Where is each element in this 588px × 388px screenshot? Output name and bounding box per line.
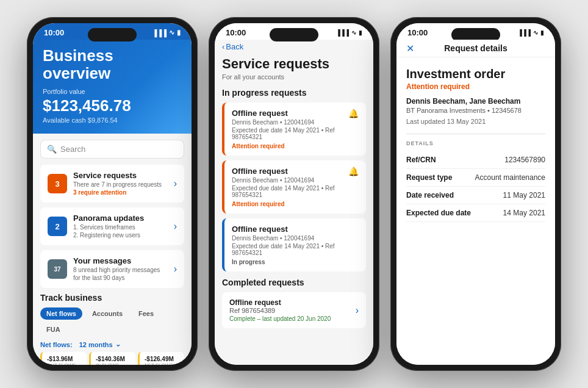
request-2-status: Attention required (232, 201, 348, 207)
messages-item[interactable]: 37 Your messages 8 unread high priority … (40, 250, 184, 288)
dynamic-island-2 (270, 28, 318, 41)
time-3: 10:00 (407, 28, 428, 37)
panorama-title: Panorama updates (73, 214, 168, 223)
request-1-detail: Dennis Beecham • 120041694 (232, 119, 348, 126)
inflows-value: -$140.36M (96, 356, 131, 362)
request-1-title: Offline request (232, 109, 348, 118)
in-progress-title: In progress requests (222, 88, 366, 98)
phone1-body: 🔍 Search 3 Service requests There are 7 … (33, 134, 192, 365)
ref-value: 1234567890 (504, 156, 545, 164)
search-bar[interactable]: 🔍 Search (40, 140, 184, 159)
detail-row-ref: Ref/CRN 1234567890 (406, 151, 545, 169)
service-requests-subtitle: For all your accounts (222, 73, 366, 81)
phone-3: 10:00 ▐▐▐ ∿ ▮ ✕ Request details Investme… (390, 17, 561, 371)
battery-icon: ▮ (177, 29, 181, 37)
netflows-item: -$126.49M NET FLOWS (138, 352, 184, 365)
due-date-value: 14 May 2021 (503, 209, 545, 217)
last-updated: Last updated 13 May 2021 (406, 118, 545, 125)
netflows-label: NET FLOWS (145, 362, 179, 365)
service-sub: There are 7 in progress requests 3 requi… (73, 181, 168, 196)
phone-2: 10:00 ▐▐▐ ∿ ▮ ‹ Back Service requests Fo… (209, 17, 379, 371)
request-details-title: Request details (444, 43, 507, 53)
detail-row-request-type: Request type Account maintenance (406, 169, 545, 187)
account-info: BT Panorama Investments • 12345678 (406, 107, 545, 114)
tab-fees[interactable]: Fees (132, 307, 160, 320)
tab-fua[interactable]: FUA (40, 323, 66, 336)
status-icons-3: ▐▐▐ ∿ ▮ (518, 29, 544, 36)
available-cash: Available cash $9,876.54 (43, 117, 182, 124)
bell-icon-1: 🔔 (348, 109, 359, 118)
request-3-status: In progress (232, 259, 359, 265)
flows-row: -$13.96M OUT FLOWS -$140.36M IN FLOWS -$… (40, 352, 184, 365)
back-nav[interactable]: ‹ Back (222, 40, 366, 56)
completed-card[interactable]: Offline request Ref 987654389 Complete –… (222, 292, 366, 328)
messages-sub: 8 unread high priority messages for the … (73, 266, 168, 282)
panorama-badge: 2 (48, 217, 67, 236)
service-title: Service requests (73, 171, 168, 180)
investment-order-title: Investment order (406, 67, 545, 81)
portfolio-label: Portfolio value (43, 88, 182, 95)
status-icons-2: ▐▐▐ ∿ ▮ (336, 29, 362, 36)
business-overview-title: Business overview (43, 47, 182, 82)
details-section-label: DETAILS (406, 134, 545, 146)
request-card-3[interactable]: Offline request Dennis Beecham • 1200416… (222, 218, 366, 271)
battery-icon-3: ▮ (540, 29, 544, 36)
due-date-key: Expected due date (406, 209, 471, 217)
panorama-arrow: › (174, 221, 177, 232)
signal-icon-2: ▐▐▐ (336, 29, 349, 36)
messages-badge: 37 (48, 259, 67, 279)
inflows-item: -$140.36M IN FLOWS (89, 352, 135, 365)
request-1-date: Expected due date 14 May 2021 • Ref 9876… (232, 127, 348, 140)
track-section: Track business Net flows Accounts Fees F… (40, 293, 184, 365)
date-received-value: 11 May 2021 (503, 191, 545, 199)
netflows-value: -$126.49M (145, 356, 179, 362)
completed-request-title: Offline request (229, 298, 331, 307)
request-card-2[interactable]: Offline request Dennis Beecham • 1200416… (222, 160, 366, 214)
tab-net-flows[interactable]: Net flows (40, 307, 82, 320)
service-arrow: › (174, 178, 177, 189)
phone3-body: Investment order Attention required Denn… (396, 57, 555, 365)
date-received-key: Date received (406, 191, 454, 199)
request-type-value: Account maintenance (475, 173, 545, 182)
time-2: 10:00 (226, 28, 246, 37)
messages-title: Your messages (73, 256, 168, 265)
service-requests-title: Service requests (222, 56, 366, 72)
outflows-item: -$13.96M OUT FLOWS (40, 352, 87, 365)
search-icon: 🔍 (47, 145, 57, 154)
request-2-title: Offline request (232, 167, 348, 176)
attention-label: Attention required (406, 82, 545, 91)
detail-row-date-received: Date received 11 May 2021 (406, 187, 545, 204)
tab-accounts[interactable]: Accounts (86, 307, 129, 320)
wifi-icon-2: ∿ (351, 29, 356, 36)
detail-row-due-date: Expected due date 14 May 2021 (406, 204, 545, 222)
request-type-key: Request type (406, 173, 452, 182)
phone2-body: ‹ Back Service requests For all your acc… (215, 40, 373, 365)
panorama-text: Panorama updates 1. Services timeframes … (73, 214, 168, 239)
close-button[interactable]: ✕ (406, 43, 414, 54)
dynamic-island (88, 28, 137, 41)
portfolio-value: $123,456.78 (43, 96, 182, 115)
completed-arrow: › (356, 305, 359, 316)
wifi-icon: ∿ (169, 29, 174, 37)
messages-text: Your messages 8 unread high priority mes… (73, 256, 168, 282)
completed-status: Complete – last updated 20 Jun 2020 (229, 315, 331, 322)
track-tabs: Net flows Accounts Fees FUA (40, 307, 184, 336)
status-icons-1: ▐▐▐ ∿ ▮ (152, 29, 181, 37)
completed-title: Completed requests (222, 278, 366, 287)
battery-icon-2: ▮ (359, 29, 362, 36)
messages-arrow: › (174, 264, 177, 275)
search-placeholder: Search (60, 145, 85, 154)
ref-key: Ref/CRN (406, 156, 436, 164)
signal-icon-3: ▐▐▐ (518, 29, 531, 36)
request-3-date: Expected due date 14 May 2021 • Ref 9876… (232, 243, 359, 256)
service-requests-item[interactable]: 3 Service requests There are 7 in progre… (40, 165, 184, 203)
request-2-detail: Dennis Beecham • 120041694 (232, 177, 348, 184)
panorama-updates-item[interactable]: 2 Panorama updates 1. Services timeframe… (40, 207, 184, 245)
wifi-icon-3: ∿ (533, 29, 538, 36)
request-2-date: Expected due date 14 May 2021 • Ref 9876… (232, 185, 348, 198)
request-3-detail: Dennis Beecham • 120041694 (232, 235, 359, 242)
inflows-label: IN FLOWS (96, 362, 131, 365)
panorama-sub: 1. Services timeframes 2. Registering ne… (73, 223, 168, 239)
hero-section: Business overview Portfolio value $123,4… (33, 40, 192, 134)
request-card-1[interactable]: Offline request Dennis Beecham • 1200416… (222, 102, 366, 156)
